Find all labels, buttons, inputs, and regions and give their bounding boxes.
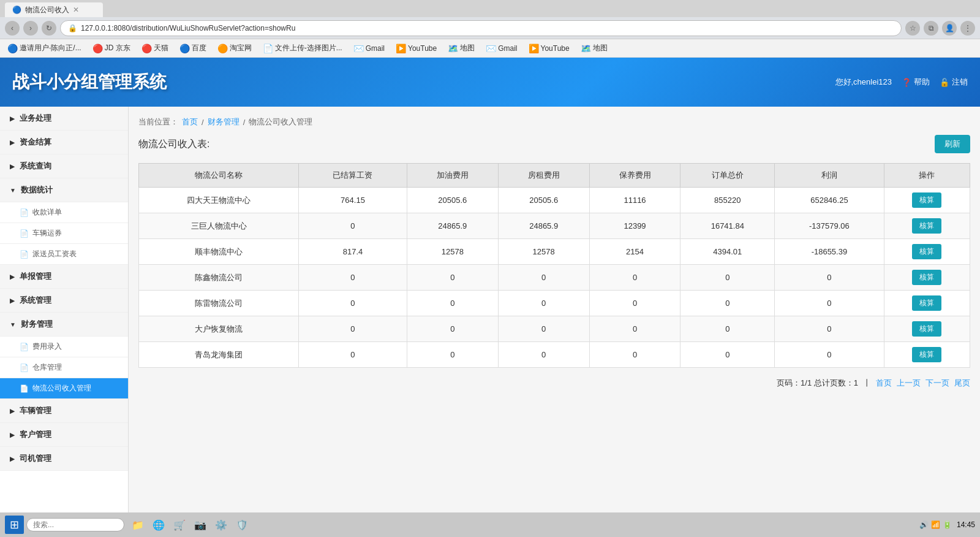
cell-action[interactable]: 核算	[884, 342, 970, 368]
bookmark-taobao[interactable]: 🟠 淘宝网	[215, 42, 254, 55]
audit-button[interactable]: 核算	[912, 295, 941, 311]
triangle-icon-8: ▶	[10, 408, 15, 414]
triangle-icon: ▶	[10, 115, 15, 122]
bookmark-label-7: YouTube	[408, 44, 437, 53]
cell-rent: 12578	[498, 239, 589, 265]
page-title: 物流公司收入表:	[138, 138, 209, 151]
bookmark-invite[interactable]: 🔵 邀请用户·陈向正/...	[5, 42, 84, 55]
sidebar-item-system-query[interactable]: ▶ 系统查询	[0, 154, 128, 178]
bookmark-gmail2[interactable]: ✉️ Gmail	[483, 42, 519, 55]
audit-button[interactable]: 核算	[912, 218, 941, 234]
audit-button[interactable]: 核算	[912, 192, 941, 208]
cell-salary: 0	[299, 265, 407, 291]
audit-button[interactable]: 核算	[912, 270, 941, 285]
cell-rent: 0	[498, 316, 589, 342]
cell-order-total: 0	[680, 265, 775, 291]
cell-rent: 0	[498, 342, 589, 368]
file-icon-1: 📄	[20, 208, 29, 217]
cell-action[interactable]: 核算	[884, 316, 970, 342]
sidebar-item-collect-order[interactable]: 📄 收款详单	[0, 202, 128, 223]
sidebar-item-vehicle-manage[interactable]: ▶ 车辆管理	[0, 399, 128, 423]
bookmark-map1[interactable]: 🗺️ 地图	[445, 42, 477, 55]
triangle-icon-2: ▶	[10, 139, 15, 146]
extensions-icon[interactable]: ⧉	[924, 21, 938, 36]
sidebar-item-report-manage[interactable]: ▶ 单报管理	[0, 265, 128, 289]
breadcrumb-home[interactable]: 首页	[182, 116, 198, 128]
account-icon[interactable]: 👤	[942, 21, 957, 36]
sidebar-item-finance-settle[interactable]: ▶ 资金结算	[0, 131, 128, 154]
bookmark-label-10: YouTube	[541, 44, 570, 53]
app-header-right: 您好,chenlei123 ❓ 帮助 🔓 注销	[835, 77, 968, 88]
help-button[interactable]: ❓ 帮助	[902, 77, 930, 88]
bookmark-baidu[interactable]: 🔵 百度	[177, 42, 209, 55]
bookmark-tmall[interactable]: 🔴 天猫	[139, 42, 171, 55]
pagination-last[interactable]: 尾页	[954, 378, 970, 389]
cell-name: 四大天王物流中心	[139, 188, 299, 213]
breadcrumb-finance[interactable]: 财务管理	[208, 116, 239, 128]
cell-maintenance: 12399	[589, 213, 680, 239]
sidebar-item-logistics-income[interactable]: 📄 物流公司收入管理	[0, 378, 128, 399]
sidebar-item-warehouse-manage[interactable]: 📄 仓库管理	[0, 357, 128, 378]
cell-maintenance: 11116	[589, 188, 680, 213]
bookmark-map2[interactable]: 🗺️ 地图	[578, 42, 610, 55]
address-bar[interactable]: 🔒 127.0.0.1:8080/distribution/WuLiuShowR…	[60, 20, 902, 36]
sidebar-item-finance-manage[interactable]: ▼ 财务管理	[0, 313, 128, 337]
back-button[interactable]: ‹	[5, 21, 20, 36]
bookmark-label-4: 淘宝网	[230, 43, 252, 53]
cell-action[interactable]: 核算	[884, 188, 970, 213]
file-icon-6: 📄	[20, 384, 29, 393]
sidebar-item-customer-manage[interactable]: ▶ 客户管理	[0, 423, 128, 447]
cell-salary: 0	[299, 213, 407, 239]
table-row: 陈鑫物流公司 0 0 0 0 0 0 核算	[139, 265, 970, 291]
bookmark-youtube1[interactable]: ▶️ YouTube	[393, 42, 439, 55]
sidebar-item-driver-manage[interactable]: ▶ 司机管理	[0, 447, 128, 471]
sidebar-item-system-manage[interactable]: ▶ 系统管理	[0, 289, 128, 313]
menu-icon[interactable]: ⋮	[960, 21, 975, 36]
bookmark-label-3: 百度	[192, 43, 206, 53]
sidebar-item-expense-entry[interactable]: 📄 费用录入	[0, 337, 128, 357]
bookmark-icon[interactable]: ☆	[905, 21, 920, 36]
sidebar-item-delivery-salary[interactable]: 📄 派送员工资表	[0, 244, 128, 265]
cell-name: 三巨人物流中心	[139, 213, 299, 239]
forward-button[interactable]: ›	[23, 21, 38, 36]
logout-button[interactable]: 🔓 注销	[940, 77, 968, 88]
triangle-icon-4: ▼	[10, 187, 16, 194]
sidebar-item-business[interactable]: ▶ 业务处理	[0, 107, 128, 131]
refresh-button[interactable]: 刷新	[935, 135, 970, 153]
reload-button[interactable]: ↻	[42, 21, 56, 36]
pagination-info: 页码：1/1 总计页数：1	[777, 378, 858, 389]
tab-close-icon[interactable]: ✕	[73, 6, 79, 14]
cell-action[interactable]: 核算	[884, 265, 970, 291]
cell-fuel: 0	[407, 342, 498, 368]
col-action: 操作	[884, 164, 970, 188]
bookmark-youtube2[interactable]: ▶️ YouTube	[526, 42, 572, 55]
pagination-sep1: 丨	[863, 378, 871, 389]
pagination-prev[interactable]: 上一页	[897, 378, 921, 389]
active-tab[interactable]: 🔵 物流公司收入 ✕	[5, 2, 103, 17]
triangle-icon-7: ▼	[10, 321, 16, 328]
cell-maintenance: 0	[589, 291, 680, 316]
cell-action[interactable]: 核算	[884, 291, 970, 316]
cell-profit: 0	[775, 342, 884, 368]
file-icon-2: 📄	[20, 229, 29, 238]
audit-button[interactable]: 核算	[912, 347, 941, 362]
sidebar-item-data-stats[interactable]: ▼ 数据统计	[0, 178, 128, 202]
data-table: 物流公司名称 已结算工资 加油费用 房租费用 保养费用 订单总价 利润 操作 四…	[138, 163, 970, 368]
bookmark-jd[interactable]: 🔴 JD 京东	[90, 42, 133, 55]
browser-address-bar: ‹ › ↻ 🔒 127.0.0.1:8080/distribution/WuLi…	[0, 17, 980, 39]
pagination-next[interactable]: 下一页	[925, 378, 949, 389]
cell-name: 顺丰物流中心	[139, 239, 299, 265]
breadcrumb-sep-1: /	[202, 118, 204, 127]
cell-action[interactable]: 核算	[884, 239, 970, 265]
cell-order-total: 0	[680, 342, 775, 368]
cell-rent: 0	[498, 265, 589, 291]
bookmark-gmail1[interactable]: ✉️ Gmail	[351, 42, 387, 55]
bookmark-upload[interactable]: 📄 文件上传-选择图片...	[260, 42, 345, 55]
cell-profit: 0	[775, 265, 884, 291]
cell-action[interactable]: 核算	[884, 213, 970, 239]
pagination-first[interactable]: 首页	[876, 378, 892, 389]
audit-button[interactable]: 核算	[912, 321, 941, 337]
triangle-icon-5: ▶	[10, 273, 15, 280]
sidebar-item-vehicle-ticket[interactable]: 📄 车辆运券	[0, 223, 128, 244]
audit-button[interactable]: 核算	[912, 244, 941, 259]
